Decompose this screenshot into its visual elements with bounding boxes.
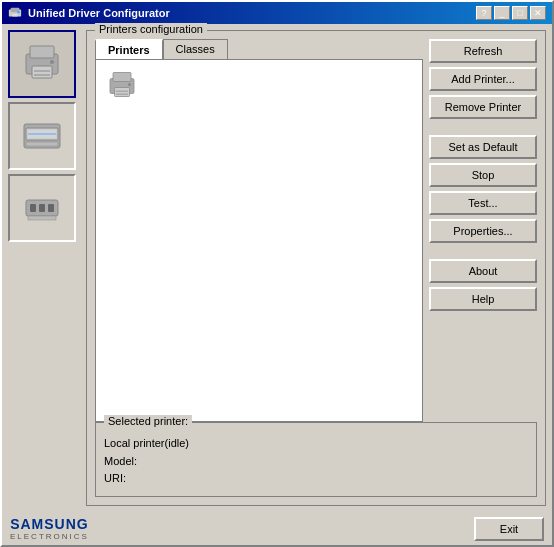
samsung-logo: SAMSUNG ELECTRONICS	[10, 516, 89, 541]
model-line: Model:	[104, 453, 528, 471]
printer-list-item[interactable]	[100, 64, 418, 108]
printer-list[interactable]	[95, 59, 423, 422]
title-text: Unified Driver Configurator	[28, 7, 170, 19]
svg-rect-23	[116, 91, 128, 93]
test-button[interactable]: Test...	[429, 191, 537, 215]
config-area: Printers Classes	[95, 39, 537, 422]
svg-point-3	[17, 11, 20, 14]
minimize-button[interactable]: _	[494, 6, 510, 20]
printers-config-group: Printers configuration Printers Classes	[86, 30, 546, 506]
title-bar-left: Unified Driver Configurator	[8, 6, 170, 20]
svg-rect-7	[34, 70, 50, 72]
uri-line: URI:	[104, 470, 528, 488]
svg-rect-19	[28, 216, 56, 220]
svg-rect-24	[116, 94, 128, 96]
ports-icon	[18, 184, 66, 232]
buttons-panel: Refresh Add Printer... Remove Printer Se…	[429, 39, 537, 422]
selected-printer-label: Selected printer:	[104, 415, 192, 427]
brand-name: SAMSUNG	[10, 516, 89, 532]
svg-rect-12	[26, 142, 58, 146]
tab-printers[interactable]: Printers	[95, 39, 163, 59]
svg-point-9	[50, 60, 54, 64]
add-printer-button[interactable]: Add Printer...	[429, 67, 537, 91]
close-button[interactable]: ✕	[530, 6, 546, 20]
selected-printer-info: Local printer(idle) Model: URI:	[104, 435, 528, 488]
tabs-and-list: Printers Classes	[95, 39, 423, 422]
remove-printer-button[interactable]: Remove Printer	[429, 95, 537, 119]
printer-icon	[18, 40, 66, 88]
svg-rect-21	[113, 73, 131, 82]
help-button[interactable]: ?	[476, 6, 492, 20]
spacer2	[429, 247, 537, 255]
title-bar: Unified Driver Configurator ? _ □ ✕	[2, 2, 552, 24]
sidebar-item-ports[interactable]	[8, 174, 76, 242]
svg-rect-18	[48, 204, 54, 212]
printer-list-icon	[104, 68, 140, 104]
scanner-icon	[18, 112, 66, 160]
tabs-container: Printers Classes	[95, 39, 423, 59]
svg-point-25	[128, 83, 131, 86]
spacer1	[429, 123, 537, 131]
set-as-default-button[interactable]: Set as Default	[429, 135, 537, 159]
selected-printer-box: Selected printer: Local printer(idle) Mo…	[95, 422, 537, 497]
config-group-label: Printers configuration	[95, 23, 207, 35]
maximize-button[interactable]: □	[512, 6, 528, 20]
refresh-button[interactable]: Refresh	[429, 39, 537, 63]
sidebar-item-scanners[interactable]	[8, 102, 76, 170]
stop-button[interactable]: Stop	[429, 163, 537, 187]
svg-rect-5	[30, 46, 54, 58]
svg-rect-17	[39, 204, 45, 212]
left-sidebar	[8, 30, 80, 506]
brand-subtitle: ELECTRONICS	[10, 532, 89, 541]
local-printer-status: Local printer(idle)	[104, 435, 528, 453]
svg-rect-16	[30, 204, 36, 212]
tab-classes[interactable]: Classes	[163, 39, 228, 59]
window-body: Printers configuration Printers Classes	[2, 24, 552, 512]
main-window: Unified Driver Configurator ? _ □ ✕	[0, 0, 554, 547]
properties-button[interactable]: Properties...	[429, 219, 537, 243]
help-button-panel[interactable]: Help	[429, 287, 537, 311]
svg-rect-8	[34, 74, 50, 76]
exit-button[interactable]: Exit	[474, 517, 544, 541]
title-icon	[8, 6, 22, 20]
about-button[interactable]: About	[429, 259, 537, 283]
main-content: Printers configuration Printers Classes	[86, 30, 546, 506]
sidebar-item-printers[interactable]	[8, 30, 76, 98]
footer: SAMSUNG ELECTRONICS Exit	[2, 512, 552, 545]
svg-rect-2	[12, 14, 17, 17]
title-bar-controls: ? _ □ ✕	[476, 6, 546, 20]
